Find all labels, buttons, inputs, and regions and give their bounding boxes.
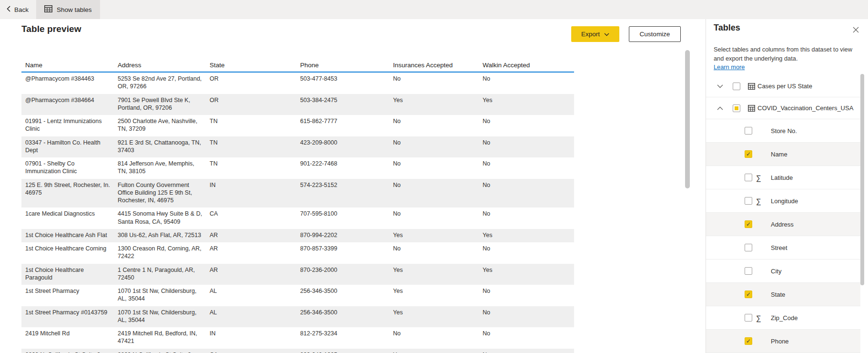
table-cell-name: 1care Medical Diagnostics [25,208,118,229]
table-cell-name: 2800 N. California St Suite 3 [25,349,118,353]
chevron-left-icon [7,6,10,13]
column-label: Zip_Code [771,314,797,322]
column-checkbox[interactable] [745,244,752,251]
column-label: Phone [771,338,789,345]
column-tree-item[interactable]: ∑Longitude [706,189,860,213]
back-button[interactable]: Back [0,0,36,19]
column-checkbox[interactable]: ✓ [745,291,752,298]
table-cell-phone: 256-346-3500 [300,285,393,306]
table-cell-state: TN [210,157,300,179]
table-row: 1st Choice Healthcare Paragould1 Centre … [21,264,574,285]
customize-button[interactable]: Customize [629,26,681,42]
table-row: 2800 N. California St Suite 32800 N Cali… [21,349,574,353]
table-cell-insurances: No [393,242,483,264]
export-button[interactable]: Export [571,26,619,42]
table-cell-phone: 870-994-2202 [300,229,393,242]
table-row: 1care Medical Diagnostics4415 Sonoma Hwy… [21,208,574,229]
table-cell-address: 814 Jefferson Ave, Memphis, TN, 38105 [118,157,210,179]
table-cell-phone: 256-346-3500 [300,306,393,328]
close-icon[interactable] [851,25,860,34]
table-cell-state: AR [210,229,300,242]
table-body: @Pharmacycom #3844635253 Se 82nd Ave 27,… [21,73,574,353]
table-tree-item[interactable]: Cases per US State [706,75,860,97]
tab-label: Show tables [57,6,92,13]
column-tree-item[interactable]: City [706,260,860,283]
column-tree-item[interactable]: Store No. [706,119,860,143]
chevron-up-icon[interactable] [717,106,724,110]
column-tree-item[interactable]: ∑Zip_Code [706,306,860,330]
column-checkbox[interactable]: ✓ [745,150,752,158]
top-bar: Back Show tables [0,0,868,19]
chevron-down-icon[interactable] [717,84,724,88]
table-cell-name: @Pharmacycom #384463 [25,73,118,94]
table-tree-item[interactable]: COVID_Vaccination_Centers_USA [706,97,860,119]
table-cell-address: 1300 Creason Rd, Corning, AR, 72422 [118,242,210,264]
table-label: Cases per US State [757,83,812,90]
table-row: 2419 Mitchell Rd2419 Mitchell Rd, Bedfor… [21,327,574,349]
table-cell-phone: 503-477-8453 [300,73,393,94]
table-cell-insurances: Yes [393,229,483,242]
table-cell-walkin: Yes [483,264,574,285]
table-cell-name: 2419 Mitchell Rd [25,327,118,349]
table-row: 1st Choice Healthcare Corning1300 Creaso… [21,242,574,264]
column-checkbox[interactable]: ✓ [745,337,752,345]
column-tree-item[interactable]: ∑Latitude [706,166,860,189]
column-label: Address [771,221,794,228]
column-label: Longitude [771,197,798,205]
panel-title: Tables [714,23,740,33]
table-cell-insurances: No [393,115,483,136]
column-checkbox[interactable]: ✓ [745,220,752,228]
main-scrollbar[interactable] [685,21,690,350]
column-checkbox[interactable] [745,174,752,181]
table-checkbox[interactable] [733,83,740,90]
table-cell-insurances: Yes [393,94,483,115]
table-cell-name: 1st Choice Healthcare Ash Flat [25,229,118,242]
panel-scrollbar[interactable] [860,0,864,353]
table-cell-phone: 209-942-1005 [300,349,393,353]
table-cell-address: 1070 1st St Nw, Childersburg, AL, 35044 [118,285,210,306]
table-row: 01991 - Lentz Immunizations Clinic2500 C… [21,115,574,136]
column-tree-item[interactable]: ✓Phone [706,330,860,353]
table-cell-address: 2500 Charlotte Ave, Nashville, TN, 37209 [118,115,210,136]
learn-more-link[interactable]: Learn more [714,63,745,71]
main-scrollbar-thumb[interactable] [685,50,690,188]
table-cell-walkin: No [483,327,574,349]
table-cell-insurances: Yes [393,349,483,353]
table-cell-insurances: Yes [393,264,483,285]
column-checkbox[interactable] [745,127,752,135]
tab-show-tables[interactable]: Show tables [36,0,100,19]
page-title: Table preview [21,24,81,34]
table-row: 1st Street Pharmacy1070 1st St Nw, Child… [21,285,574,306]
table-row: 125 E. 9th Street, Rochester, In. 46975F… [21,179,574,208]
back-label: Back [14,6,29,13]
column-tree-item[interactable]: ✓State [706,283,860,306]
table-row: 1st Choice Healthcare Ash Flat308 Us-62,… [21,229,574,242]
table-cell-state: AL [210,306,300,328]
column-checkbox[interactable] [745,267,752,275]
table-cell-phone: 870-236-2000 [300,264,393,285]
table-checkbox[interactable] [733,104,740,112]
table-cell-address: 2800 N California St Suite 3, Stockton, … [118,349,210,353]
tables-panel: Tables Select tables and columns from th… [706,0,868,353]
table-cell-walkin: Yes [483,229,574,242]
table-cell-phone: 870-857-3399 [300,242,393,264]
table-cell-name: 1st Street Pharmacy #0143759 [25,306,118,328]
column-header: State [210,56,300,72]
table-cell-state: OR [210,73,300,94]
table-cell-name: 03347 - Hamilton Co. Health Dept [25,136,118,158]
column-header: Name [25,56,118,72]
table-cell-phone: 574-223-5152 [300,179,393,208]
column-tree-item[interactable]: Street [706,236,860,260]
table-cell-phone: 707-595-8100 [300,208,393,229]
table-cell-name: 1st Street Pharmacy [25,285,118,306]
table-cell-state: CA [210,349,300,353]
table-cell-insurances: No [393,157,483,179]
panel-scrollbar-thumb[interactable] [860,74,864,285]
column-header: Address [118,56,210,72]
column-checkbox[interactable] [745,197,752,205]
column-checkbox[interactable] [745,314,752,322]
column-header: Insurances Accepted [393,56,483,72]
table-cell-address: 5253 Se 82nd Ave 27, Portland, OR, 97266 [118,73,210,94]
column-tree-item[interactable]: ✓Address [706,213,860,236]
column-tree-item[interactable]: ✓Name [706,143,860,166]
